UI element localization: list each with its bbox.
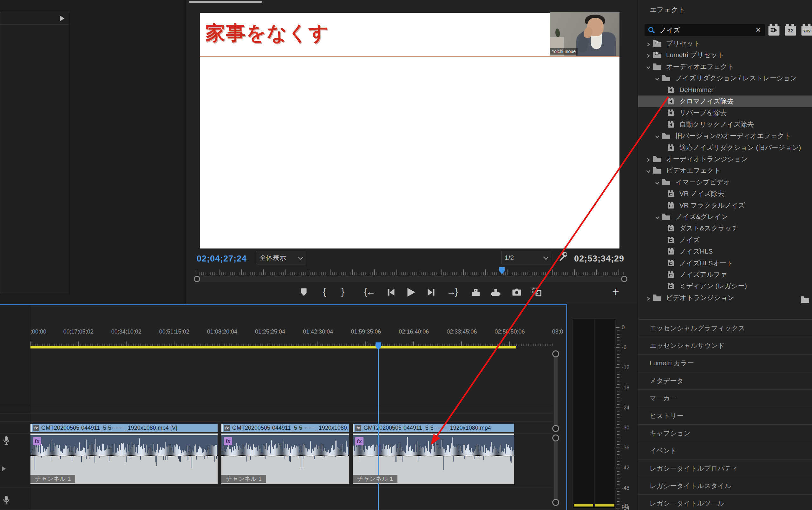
playback-resolution-select[interactable]: 1/2 <box>501 251 551 264</box>
new-custom-bin-icon[interactable] <box>801 296 809 303</box>
chevron-down-icon[interactable] <box>646 64 651 72</box>
timeline-playhead-line[interactable] <box>378 343 379 510</box>
panel-tab[interactable]: Lumetri カラー <box>638 354 812 372</box>
scrollbar-right-handle[interactable] <box>621 276 627 282</box>
work-area-bar[interactable] <box>30 346 516 348</box>
fx-badge-icon[interactable]: fx <box>355 437 363 445</box>
chevron-down-icon[interactable] <box>655 214 660 222</box>
play-button[interactable] <box>407 287 416 297</box>
timeline-playhead-head[interactable] <box>375 342 381 350</box>
chevron-right-icon[interactable] <box>646 41 651 49</box>
panel-tab[interactable]: レガシータイトルプロパティ <box>638 459 812 477</box>
mark-in-button[interactable]: { <box>323 287 326 296</box>
track-expand-icon[interactable] <box>2 466 6 471</box>
effect-tree-item[interactable]: 適応ノイズリダクション (旧バージョン) <box>638 142 812 153</box>
effect-tree-item[interactable]: ノイズ&グレイン <box>638 211 812 223</box>
audio-tracks-scrollbar[interactable] <box>554 438 558 502</box>
effect-tree-item[interactable]: 旧バージョンのオーディオエフェクト <box>638 130 812 142</box>
fx-badge-icon[interactable]: fx <box>355 425 361 431</box>
scroll-handle[interactable] <box>552 434 559 442</box>
effect-tree-item[interactable]: ノイズHLSオート <box>638 257 812 269</box>
video-clip[interactable]: fx GMT20200505-044911_5-5-------_1920x10… <box>353 424 514 432</box>
scroll-handle[interactable] <box>552 425 559 432</box>
go-to-out-button[interactable]: →} <box>447 287 457 296</box>
effect-tree-item[interactable]: ミディアン (レガシー) <box>638 280 812 292</box>
panel-tab[interactable]: イベント <box>638 442 812 459</box>
fx-badge-icon[interactable]: fx <box>224 437 232 445</box>
voiceover-record-a1-icon[interactable] <box>3 436 10 445</box>
add-marker-button[interactable] <box>301 288 307 296</box>
audio-clip[interactable]: fx チャンネル 1 <box>221 433 349 484</box>
panel-tab[interactable]: メタデータ <box>638 372 812 389</box>
effect-tree-item[interactable]: オーディオトランジション <box>638 153 812 165</box>
current-timecode[interactable]: 02;04;27;24 <box>197 254 247 264</box>
scroll-handle[interactable] <box>552 499 559 506</box>
chevron-right-icon[interactable] <box>646 157 651 164</box>
panel-tab[interactable]: キャプション <box>638 424 812 442</box>
export-frame-button[interactable] <box>512 288 521 296</box>
effect-tree-item[interactable]: クロマノイズ除去 <box>638 95 812 107</box>
go-to-in-button[interactable]: {← <box>364 287 374 296</box>
effect-tree-item[interactable]: VR ノイズ除去 <box>638 188 812 199</box>
lift-button[interactable] <box>471 288 480 296</box>
chevron-right-icon[interactable] <box>646 295 651 303</box>
chevron-right-icon[interactable] <box>646 52 651 60</box>
effect-tree-item[interactable]: プリセット <box>638 38 812 49</box>
panel-tab[interactable]: レガシータイトルツール <box>638 494 812 510</box>
chevron-down-icon[interactable] <box>655 180 660 187</box>
effect-tree-item[interactable]: オーディオエフェクト <box>638 61 812 73</box>
program-video-frame[interactable]: 家事をなくす Yoichi Inoue <box>200 13 620 249</box>
panel-tab[interactable]: ヒストリー <box>638 407 812 424</box>
effect-tree-item[interactable]: 自動クリックノイズ除去 <box>638 119 812 130</box>
yuv-effects-filter[interactable]: YUV <box>801 24 812 36</box>
search-input[interactable] <box>659 26 749 34</box>
32bit-color-filter[interactable]: 32 <box>785 24 796 36</box>
effect-tree-item[interactable]: VR フラクタルノイズ <box>638 200 812 211</box>
voiceover-record-a2-icon[interactable] <box>3 495 10 505</box>
audio-clip[interactable]: fx チャンネル 1 <box>353 433 514 484</box>
effect-tree-item[interactable]: ノイズHLS <box>638 246 812 257</box>
chevron-down-icon[interactable] <box>655 133 660 141</box>
effect-tree-item[interactable]: イマーシブビデオ <box>638 176 812 188</box>
fx-badge-icon[interactable]: fx <box>224 425 230 431</box>
program-scrollbar[interactable] <box>193 276 625 282</box>
fx-badge-icon[interactable]: fx <box>33 425 39 431</box>
panel-tab[interactable]: レガシータイトルスタイル <box>638 477 812 494</box>
timeline-ruler[interactable] <box>30 337 552 346</box>
scrollbar-left-handle[interactable] <box>194 276 200 282</box>
program-mini-ruler[interactable] <box>197 268 624 276</box>
comparison-view-button[interactable] <box>532 287 542 296</box>
chevron-down-icon[interactable] <box>646 168 651 175</box>
scroll-handle[interactable] <box>552 350 559 357</box>
effect-tree-item[interactable]: Lumetri プリセット <box>638 49 812 61</box>
clear-search-icon[interactable]: ✕ <box>755 26 761 34</box>
fx-badge-icon[interactable]: fx <box>33 437 41 445</box>
step-forward-button[interactable] <box>427 288 435 296</box>
panel-tab[interactable]: マーカー <box>638 389 812 407</box>
effect-tree-item[interactable]: ビデオエフェクト <box>638 165 812 176</box>
panel-expand-icon[interactable] <box>60 16 64 21</box>
audio-meter[interactable] <box>573 319 615 508</box>
panel-tab[interactable]: エッセンシャルサウンド <box>638 337 812 354</box>
effect-tree-item[interactable]: ノイズリダクション / レストレーション <box>638 73 812 84</box>
panel-tab[interactable]: エッセンシャルグラフィックス <box>638 319 812 337</box>
video-clip[interactable]: fx GMT20200505-044911_5-5-------_1920x10… <box>30 424 218 432</box>
effect-tree-item[interactable]: ビデオトランジション <box>638 292 812 303</box>
effect-tree-item[interactable]: ダスト&スクラッチ <box>638 223 812 234</box>
settings-wrench-icon[interactable] <box>558 252 568 262</box>
chevron-down-icon[interactable] <box>655 76 660 83</box>
effects-search-box[interactable]: ✕ <box>644 24 765 36</box>
fit-select[interactable]: 全体表示 <box>256 251 306 264</box>
button-editor-plus[interactable]: + <box>612 285 619 299</box>
video-clip[interactable]: fx GMT20200505-044911_5-5-------_1920x10… <box>221 424 349 432</box>
audio-clip[interactable]: fx チャンネル 1 <box>30 433 218 484</box>
video-tracks-scrollbar[interactable] <box>554 354 558 429</box>
accelerated-effects-filter[interactable] <box>768 24 780 36</box>
effect-tree-item[interactable]: リバーブを除去 <box>638 107 812 118</box>
step-back-button[interactable] <box>387 288 395 296</box>
mark-out-button[interactable]: } <box>341 287 344 296</box>
extract-button[interactable] <box>491 288 501 296</box>
effect-tree-item[interactable]: ノイズアルファ <box>638 269 812 280</box>
effect-tree-item[interactable]: ノイズ <box>638 234 812 246</box>
effect-tree-item[interactable]: DeHummer <box>638 84 812 95</box>
